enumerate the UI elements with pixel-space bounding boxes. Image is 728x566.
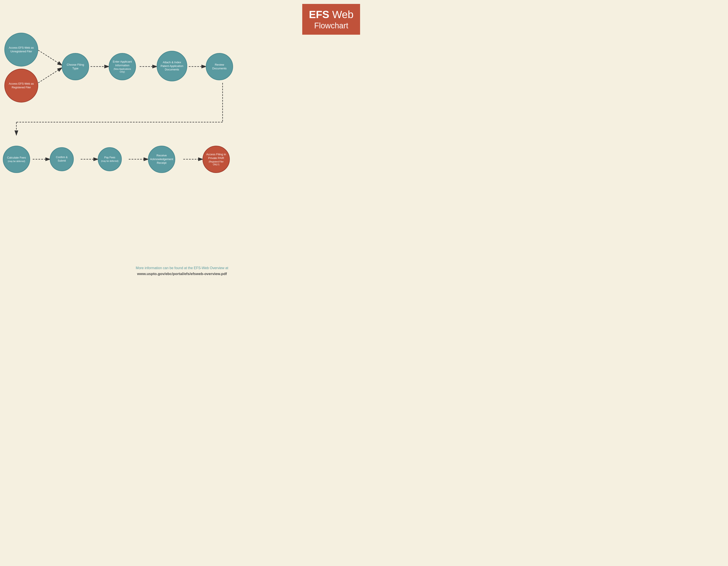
svg-line-1 [38,50,62,65]
node-choose-filing: Choose Filing Type [62,53,89,80]
title-efs: EFS Web [309,15,354,19]
flowchart-container: EFS Web Flowchart [0,0,364,283]
node-calculate-fees: Calculate Fees(may be deferred) [3,146,30,173]
title-flowchart: Flowchart [309,21,354,30]
node-receive-ack: Receive Acknowledgement Receipt [148,146,175,173]
node-pay-fees: Pay Fees(may be deferred) [98,147,122,171]
node-access-filing: Access Filing in Private PAIR(Registerd … [203,146,230,173]
node-confirm-submit: Confirm & Submit [50,147,74,171]
svg-line-2 [38,68,62,83]
node-unregistered: Access EFS-Web as Unregistered Filer [4,33,38,67]
footer: More information can be found at the EFS… [0,265,364,277]
footer-url: www.uspto.gov/ebc/portal/efs/efsweb-over… [137,272,227,276]
title-box: EFS Web Flowchart [302,4,360,35]
node-attach-index: Attach & Index Patent Application Docume… [157,51,187,81]
node-enter-applicant: Enter Applicant Information(New Applicat… [109,53,136,80]
node-review-docs: Review Documents [206,53,233,80]
footer-line1: More information can be found at the EFS… [136,266,228,270]
node-registered: Access EFS-Web as Registered Filer [4,69,38,103]
arrows-svg [0,0,364,283]
